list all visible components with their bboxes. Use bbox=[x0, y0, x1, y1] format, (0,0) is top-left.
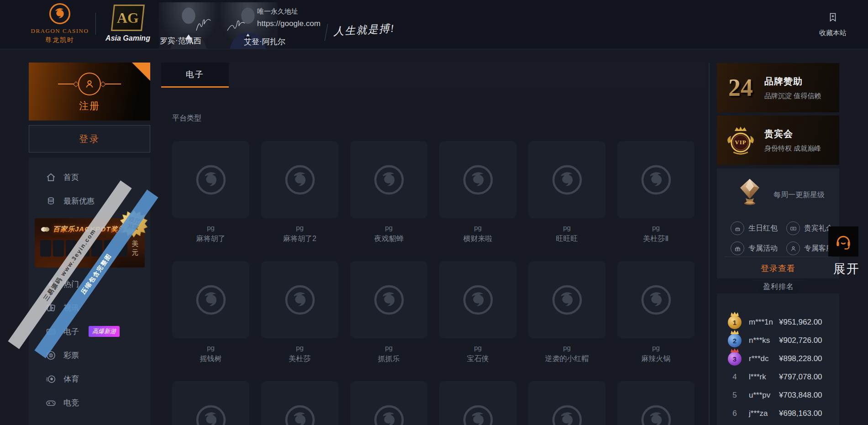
ranking-amount: ¥703,848.00 bbox=[779, 391, 822, 400]
game-thumbnail[interactable] bbox=[172, 141, 249, 218]
game-card[interactable]: pg 夜戏貂蝉 bbox=[350, 141, 427, 244]
content-tabbar: 电子 bbox=[161, 63, 707, 88]
ranking-row: 6 j***za ¥698,163.00 bbox=[717, 404, 839, 423]
game-card[interactable]: pg 麻将胡了 bbox=[172, 141, 249, 244]
game-thumbnail[interactable] bbox=[439, 141, 516, 218]
profit-ranking-tab: 盈利排名 bbox=[751, 279, 806, 294]
game-thumbnail[interactable] bbox=[528, 381, 605, 425]
asia-gaming-logo[interactable]: AG Asia Gaming bbox=[102, 5, 153, 42]
brand-sponsor-card[interactable]: 24 品牌赞助 品牌沉淀 值得信赖 bbox=[717, 63, 839, 112]
sidebar-nav-item[interactable]: 首页 bbox=[29, 165, 150, 189]
address-url[interactable]: https://google.com bbox=[257, 19, 321, 28]
ranking-username: u***pv bbox=[749, 391, 778, 400]
permanent-address: 唯一永久地址 https://google.com bbox=[257, 7, 321, 28]
dragon-placeholder-icon bbox=[373, 284, 405, 316]
game-name: 旺旺旺 bbox=[528, 234, 605, 244]
game-card[interactable] bbox=[350, 381, 427, 425]
game-thumbnail[interactable] bbox=[261, 381, 338, 425]
game-card[interactable]: pg 抓抓乐 bbox=[350, 261, 427, 364]
game-name: 麻将胡了2 bbox=[261, 234, 338, 244]
ranking-username: l***rk bbox=[749, 373, 778, 382]
benefit-label: 生日红包 bbox=[748, 224, 778, 233]
sidebar-nav-item[interactable]: 电竞 bbox=[29, 391, 150, 415]
game-thumbnail[interactable] bbox=[261, 261, 338, 338]
ranking-row: 3 r***dc ¥898,228.00 bbox=[717, 350, 839, 368]
game-thumbnail[interactable] bbox=[617, 381, 694, 425]
sponsor-24-emblem: 24 bbox=[728, 74, 753, 101]
dragon-placeholder-icon bbox=[551, 284, 583, 316]
game-card[interactable] bbox=[528, 381, 605, 425]
game-card[interactable] bbox=[261, 381, 338, 425]
game-name: 美杜莎 bbox=[261, 354, 338, 364]
game-card[interactable]: pg 摇钱树 bbox=[172, 261, 249, 364]
sponsor-text: 品牌赞助 品牌沉淀 值得信赖 bbox=[764, 75, 821, 100]
game-thumbnail[interactable] bbox=[528, 261, 605, 338]
vip-club-card[interactable]: VIP 贵宾会 身份特权 成就巅峰 bbox=[717, 115, 839, 165]
game-card[interactable] bbox=[439, 381, 516, 425]
game-thumbnail[interactable] bbox=[528, 141, 605, 218]
signature-icon bbox=[194, 17, 215, 35]
game-thumbnail[interactable] bbox=[350, 381, 427, 425]
dragon-placeholder-icon bbox=[195, 284, 227, 316]
login-to-view-link[interactable]: 登录查看 bbox=[717, 263, 839, 274]
ranking-username: r***dc bbox=[749, 354, 778, 363]
game-provider: pg bbox=[528, 224, 605, 231]
game-card[interactable]: pg 美杜莎Ⅱ bbox=[617, 141, 694, 244]
game-provider: pg bbox=[439, 344, 516, 352]
game-thumbnail[interactable] bbox=[617, 261, 694, 338]
game-name: 逆袭的小红帽 bbox=[528, 354, 605, 364]
game-card[interactable]: pg 横财来啦 bbox=[439, 141, 516, 244]
dragon-placeholder-icon bbox=[195, 164, 227, 196]
content-scrollbar[interactable] bbox=[709, 63, 710, 425]
game-card[interactable] bbox=[172, 381, 249, 425]
ranking-amount: ¥797,078.00 bbox=[779, 373, 822, 382]
platform-filter-label: 平台类型 bbox=[172, 114, 201, 123]
game-card[interactable]: pg 麻辣火锅 bbox=[617, 261, 694, 364]
rank-number: 5 bbox=[732, 391, 736, 400]
nav-icon bbox=[45, 172, 57, 183]
nav-label: 彩票 bbox=[63, 350, 79, 361]
game-thumbnail[interactable] bbox=[350, 141, 427, 218]
vip-text: 贵宾会 身份特权 成就巅峰 bbox=[764, 128, 821, 153]
game-thumbnail[interactable] bbox=[350, 261, 427, 338]
brand-name-cn: 尊龙凯时 bbox=[27, 36, 92, 44]
sidebar-nav-item[interactable]: 最新优惠 bbox=[29, 189, 150, 213]
sidebar-nav-item[interactable]: 体育 bbox=[29, 367, 150, 391]
rank-number: 4 bbox=[732, 373, 736, 382]
game-thumbnail[interactable] bbox=[172, 261, 249, 338]
vip-subtitle: 身份特权 成就巅峰 bbox=[764, 144, 821, 153]
game-name: 麻辣火锅 bbox=[617, 354, 694, 364]
expand-button[interactable]: 展开 bbox=[833, 261, 860, 277]
dragon-placeholder-icon bbox=[640, 404, 672, 425]
game-card[interactable] bbox=[617, 381, 694, 425]
nav-label: 首页 bbox=[63, 172, 79, 183]
bookmark-site-button[interactable]: 收藏本站 bbox=[814, 11, 852, 37]
login-button[interactable]: 登录 bbox=[29, 125, 150, 152]
game-thumbnail[interactable] bbox=[617, 141, 694, 218]
slogan-divider bbox=[325, 24, 328, 41]
customer-service-button[interactable] bbox=[828, 226, 858, 257]
dragon-placeholder-icon bbox=[462, 404, 494, 425]
nav-icon bbox=[45, 373, 57, 385]
game-card[interactable]: pg 宝石侠 bbox=[439, 261, 516, 364]
dragon-placeholder-icon bbox=[551, 164, 583, 196]
tab-slots[interactable]: 电子 bbox=[161, 63, 229, 88]
game-card[interactable]: pg 美杜莎 bbox=[261, 261, 338, 364]
game-provider: pg bbox=[617, 344, 694, 352]
site-logo[interactable]: DRAGON CASINO 尊龙凯时 bbox=[27, 2, 92, 44]
game-thumbnail[interactable] bbox=[172, 381, 249, 425]
nav-icon bbox=[45, 195, 57, 207]
decor-line bbox=[105, 84, 121, 84]
panel-divider bbox=[724, 257, 832, 257]
vip-crest-label: VIP bbox=[721, 139, 760, 146]
game-name: 麻将胡了 bbox=[172, 234, 249, 244]
game-thumbnail[interactable] bbox=[261, 141, 338, 218]
game-card[interactable]: pg 逆袭的小红帽 bbox=[528, 261, 605, 364]
jackpot-digit bbox=[40, 240, 51, 257]
game-thumbnail[interactable] bbox=[439, 381, 516, 425]
game-card[interactable]: pg 麻将胡了2 bbox=[261, 141, 338, 244]
game-thumbnail[interactable] bbox=[439, 261, 516, 338]
rank-badge: 5 bbox=[728, 388, 742, 402]
register-card[interactable]: 注册 bbox=[29, 63, 150, 121]
game-card[interactable]: pg 旺旺旺 bbox=[528, 141, 605, 244]
